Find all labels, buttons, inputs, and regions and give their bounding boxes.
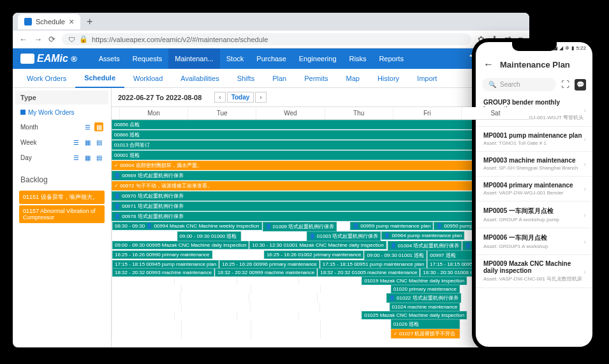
nav-item[interactable]: Reports: [372, 48, 410, 69]
calendar-event[interactable]: 17:15 - 18:15 00945 pump maintenance pla…: [112, 260, 219, 268]
nav-item[interactable]: Assets: [92, 48, 126, 69]
close-icon[interactable]: ×: [69, 17, 74, 27]
back-icon[interactable]: ←: [483, 59, 494, 70]
calendar-event[interactable]: 18:32 - 20:32 00999 machine maintenance: [215, 268, 317, 277]
calendar-event[interactable]: 👤 00971 塔式起重机例行保养: [112, 201, 529, 211]
calendar-event[interactable]: 👤 00959 pump maintenance plan: [350, 222, 433, 230]
list-icon[interactable]: ☰: [83, 122, 92, 131]
calendar-event[interactable]: 00001 巡检: [112, 150, 529, 160]
calendar-event[interactable]: 01024 machine maintenance: [390, 303, 460, 311]
calendar-event[interactable]: 01025 Mazak CNC Machine daily inspection: [362, 311, 467, 319]
plan-list[interactable]: GROUP3 bender monthly inspectionAsset: V…: [476, 94, 592, 347]
app-logo[interactable]: EAMic®: [20, 53, 77, 64]
calendar-event[interactable]: 09:00 - 09:30 00995 Mazak CNC Machine da…: [112, 241, 249, 249]
view-label: Day: [20, 154, 32, 161]
plan-item[interactable]: MP0006 一车间月点检Asset: GROUP1 A workshop›: [476, 228, 592, 255]
nav-item[interactable]: Requests: [126, 48, 168, 69]
forward-icon[interactable]: →: [34, 34, 42, 44]
nav-item[interactable]: Stock: [220, 48, 251, 69]
phone-search-row: 🔍 Search ⛶ 💬: [476, 75, 592, 94]
sub-nav-item[interactable]: Schedule: [75, 69, 124, 88]
calendar-event[interactable]: 👤 01003 塔式起重机例行保养: [307, 231, 381, 241]
plan-item[interactable]: MP0009 Mazak CNC Machine daily inspectio…: [476, 255, 592, 288]
calendar-cell: [250, 303, 319, 311]
sub-nav-item[interactable]: Import: [408, 69, 446, 88]
calendar-event[interactable]: 16:25 - 16:26 00990 primary maintenance: [112, 251, 212, 259]
calendar-event[interactable]: 👤 00970 塔式起重机例行保养: [112, 191, 529, 201]
plan-item[interactable]: MP0005 一车间泵月点检Asset: GROUP A workshop pu…: [476, 201, 592, 228]
calendar-event[interactable]: 09:00 - 09:30 01001 巡检: [364, 251, 427, 260]
nav-item[interactable]: Maintenan...: [168, 48, 220, 69]
cal-icon[interactable]: ▤: [94, 138, 103, 147]
browser-tab[interactable]: Schedule ×: [18, 14, 80, 29]
chat-icon[interactable]: 💬: [575, 79, 586, 91]
calendar-event[interactable]: 👤 00969 塔式起重机例行保养: [112, 171, 529, 180]
view-month-row[interactable]: Month ☰▦: [15, 119, 108, 135]
calendar-event[interactable]: 👤 01009 塔式起重机例行保养: [263, 222, 337, 231]
search-input[interactable]: 🔍 Search: [482, 78, 556, 91]
calendar-event[interactable]: ✓ 01027 机器臂抓手不开合: [391, 329, 460, 339]
sub-nav-item[interactable]: Work Orders: [18, 69, 75, 88]
calendar-cell: [241, 231, 306, 241]
calendar-event[interactable]: 01020 primary maintenance: [391, 285, 460, 293]
prev-button[interactable]: ‹: [214, 92, 225, 103]
calendar-event[interactable]: 00997 巡检: [427, 251, 478, 260]
my-wo-label: My Work Orders: [28, 109, 75, 116]
calendar-event[interactable]: 01019 Mazak CNC Machine daily inspection: [362, 277, 467, 285]
backlog-item[interactable]: 01157 Abnormal Vibration of Compressor: [19, 205, 105, 223]
scan-icon[interactable]: ⛶: [561, 80, 569, 89]
view-day-row[interactable]: Day ☰▦▤: [15, 150, 108, 165]
calendar-event[interactable]: 00856 点检: [112, 120, 529, 129]
sub-nav-item[interactable]: Shifts: [228, 69, 264, 88]
plan-item[interactable]: MP0003 machine maintenanceAsset: SP-SH S…: [476, 152, 592, 177]
calendar-cell: [112, 285, 181, 293]
today-button[interactable]: Today: [227, 92, 254, 103]
calendar-event[interactable]: 16:25 - 16:26 00996 primary maintenance: [219, 260, 319, 268]
sub-nav-item[interactable]: Availabilities: [172, 69, 228, 88]
plan-item[interactable]: MP0001 pump maintenance planAsset: TGNO1…: [476, 127, 592, 152]
grid-icon[interactable]: ▦: [83, 153, 92, 162]
plan-item[interactable]: MP0004 primary maintenanceAsset: VASP-DW…: [476, 177, 592, 201]
reload-icon[interactable]: ⟳: [48, 34, 55, 44]
sidebar-my-work-orders[interactable]: My Work Orders: [15, 106, 108, 119]
sub-nav-item[interactable]: History: [369, 69, 408, 88]
list-icon[interactable]: ☰: [71, 153, 80, 162]
nav-item[interactable]: Risks: [343, 48, 373, 69]
calendar-event[interactable]: 17:15 - 18:15 00951 pump maintenance pla…: [320, 260, 427, 268]
sub-nav-item[interactable]: Workload: [124, 69, 172, 88]
calendar-event[interactable]: 09:00 - 09:30 01000 巡检: [177, 231, 242, 241]
calendar-event[interactable]: 18:32 - 20:32 00993 machine maintenance: [112, 268, 214, 277]
calendar-event[interactable]: ✓ 00972 句子不动，请派维修工前来查看。: [112, 181, 529, 191]
calendar-cell: 17:15 - 18:15 00951 pump maintenance pla…: [319, 260, 427, 268]
calendar-event[interactable]: 👤 00964 pump maintenance plan: [381, 231, 464, 240]
grid-icon[interactable]: ▦: [83, 138, 92, 147]
sub-nav-item[interactable]: Permits: [295, 69, 337, 88]
next-button[interactable]: ›: [255, 92, 266, 103]
calendar-event[interactable]: ✓ 00904 底部密封圈损坏，漏水严重。: [112, 161, 529, 170]
new-tab-button[interactable]: +: [83, 16, 96, 27]
calendar-event[interactable]: 16:25 - 16:26 01002 primary maintenance: [264, 251, 364, 259]
calendar[interactable]: MonTueWedThuFriSat 00856 点检00866 巡检01013…: [112, 107, 529, 347]
calendar-event[interactable]: 00866 巡检: [112, 130, 529, 140]
calendar-event[interactable]: 👤 00978 塔式起重机例行保养: [112, 212, 529, 221]
back-icon[interactable]: ←: [19, 34, 27, 44]
calendar-event[interactable]: 01013 合同签订: [112, 140, 529, 150]
nav-item[interactable]: Engineering: [293, 48, 343, 69]
sub-nav-item[interactable]: Plan: [263, 69, 295, 88]
grid-icon[interactable]: ▦: [94, 122, 103, 131]
sub-nav-item[interactable]: Map: [337, 69, 368, 88]
view-week-row[interactable]: Week ☰▦▤: [15, 135, 108, 150]
calendar-cell: [181, 285, 251, 293]
list-icon[interactable]: ☰: [71, 138, 80, 147]
calendar-event[interactable]: 10:30 - 12:30 01001 Mazak CNC Machine da…: [249, 241, 386, 249]
calendar-event[interactable]: 18:32 - 20:32 01005 machine maintenance: [318, 268, 420, 277]
calendar-event[interactable]: 01026 巡检: [391, 319, 460, 329]
calendar-event[interactable]: 08:30 - 09:30 👤 00994 Mazak CNC Machine …: [112, 222, 262, 230]
nav-item[interactable]: Purchase: [250, 48, 292, 69]
mobile-device: ◢ ◢ ✲ ▮ 5:22 ← Maintenance Plan 🔍 Search…: [472, 38, 596, 351]
cal-icon[interactable]: ▤: [94, 153, 103, 162]
calendar-event[interactable]: 👤 01004 塔式起重机例行保养: [388, 241, 462, 251]
backlog-item[interactable]: 01151 设备异常，噪声很大。: [19, 191, 105, 204]
calendar-event[interactable]: 👤 01022 塔式起重机例行保养: [386, 293, 461, 303]
url-input[interactable]: 🛡 🔒 https://valueapex.com/eamic/v2/#/mai…: [62, 33, 471, 45]
